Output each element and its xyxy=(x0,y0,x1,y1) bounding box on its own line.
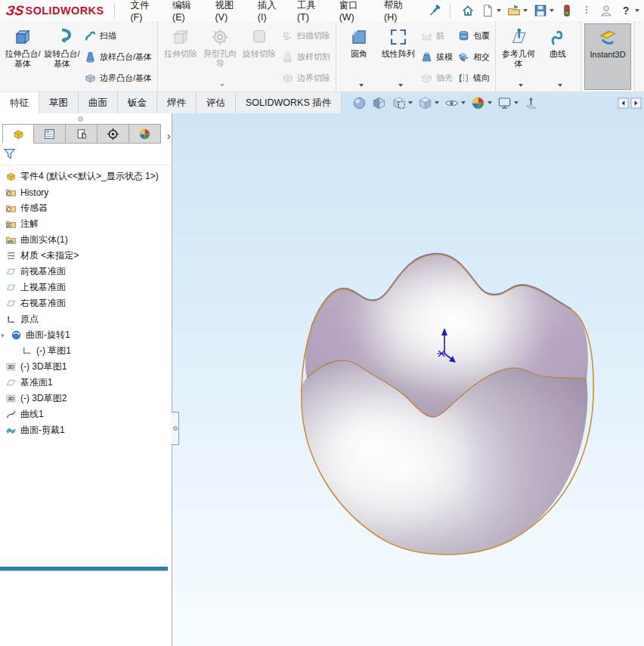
tab-features[interactable]: 特征 xyxy=(0,92,39,113)
scroll-left-button[interactable] xyxy=(618,97,629,109)
save-button[interactable] xyxy=(531,2,557,20)
intersect-button-label: 相交 xyxy=(473,51,490,63)
wrap-button[interactable]: 包覆 xyxy=(457,26,490,45)
loft-boss-button[interactable]: 放样凸台/基体 xyxy=(84,48,152,66)
instant3d-button[interactable]: Instant3D xyxy=(584,23,631,90)
user-login-button[interactable] xyxy=(596,2,616,20)
revolve-boss-button-label: 旋转凸台/基体 xyxy=(43,49,81,68)
tree-item-plane1[interactable]: 基准面1 xyxy=(0,375,172,391)
zoom-fit-button[interactable] xyxy=(351,94,368,112)
dropdown-caret-icon xyxy=(497,9,501,12)
expand-caret-icon[interactable]: ▾ xyxy=(1,332,7,339)
tree-item-surface-revolve1[interactable]: ▾曲面-旋转1 xyxy=(0,327,172,343)
hide-show-items-button[interactable] xyxy=(443,94,467,112)
solidworks-logo-mark-icon: ЗS xyxy=(5,4,25,17)
tree-item-label: (-) 草图1 xyxy=(36,345,71,357)
intersect-button[interactable]: 相交 xyxy=(457,48,490,66)
panel-top-grip[interactable] xyxy=(78,116,83,122)
tree-item-sketch1[interactable]: (-) 草图1 xyxy=(0,343,172,359)
draft-button[interactable]: 拔模 xyxy=(420,48,453,66)
features-group: 圆角线性阵列筋拔模抽壳包覆相交镜向 xyxy=(336,21,496,91)
tab-weldments[interactable]: 焊件 xyxy=(157,92,197,113)
tab-surfaces[interactable]: 曲面 xyxy=(79,92,118,113)
tree-item-surface-trim1[interactable]: 曲面-剪裁1 xyxy=(0,422,172,438)
filter-funnel-icon[interactable] xyxy=(2,147,17,161)
zoom-area-button[interactable] xyxy=(390,94,414,112)
curves-button[interactable]: 曲线 xyxy=(538,23,577,90)
loft-cut-button[interactable]: 放样切割 xyxy=(281,48,330,66)
mirror-button[interactable]: 镜向 xyxy=(457,69,490,87)
ribbon-stack: 扫描放样凸台/基体边界凸台/基体 xyxy=(82,23,154,90)
tree-item-sensors-folder[interactable]: 传感器 xyxy=(0,200,172,216)
fm-tab-appearances[interactable] xyxy=(129,124,161,144)
3d-drawing-view-button[interactable] xyxy=(522,94,540,112)
extrude-boss-button[interactable]: 拉伸凸台/基体 xyxy=(3,23,42,90)
fm-tab-property-manager[interactable] xyxy=(34,124,66,144)
pin-toolbar-icon[interactable] xyxy=(427,2,442,19)
tree-item-surface-bodies-folder[interactable]: 曲面实体(1) xyxy=(0,232,172,248)
splitter-grip-icon xyxy=(173,426,178,431)
view-orientation-button[interactable] xyxy=(416,94,441,112)
extrude-cut-button[interactable]: 拉伸切除 xyxy=(161,23,200,90)
fm-tab-configurations[interactable] xyxy=(66,124,98,144)
tab-evaluate[interactable]: 评估 xyxy=(197,92,236,113)
tree-item-label: 原点 xyxy=(20,313,39,326)
tree-item-sketch3d-2[interactable]: 3D(-) 3D草图2 xyxy=(0,391,172,406)
intersect-icon xyxy=(457,51,470,63)
plane-icon xyxy=(5,298,17,309)
fm-tab-feature-tree[interactable] xyxy=(2,124,34,144)
edit-appearance-icon xyxy=(471,96,485,110)
revolve-boss-button[interactable]: 旋转凸台/基体 xyxy=(42,23,82,90)
sweep-cut-button[interactable]: 扫描切除 xyxy=(281,26,330,45)
loft-boss-icon xyxy=(84,51,97,63)
3d-viewport[interactable] xyxy=(172,113,644,646)
tree-item-curve1[interactable]: 曲线1 xyxy=(0,406,172,422)
solidworks-logo: ЗS SOLIDWORKS xyxy=(6,4,104,17)
rib-button[interactable]: 筋 xyxy=(420,26,453,45)
ribbon-toolbar: 拉伸凸台/基体旋转凸台/基体扫描放样凸台/基体边界凸台/基体拉伸切除异型孔向导旋… xyxy=(0,21,644,92)
revolve-cut-button[interactable]: 旋转切除 xyxy=(240,23,279,90)
panel-splitter-handle[interactable] xyxy=(172,412,179,445)
scroll-right-button[interactable] xyxy=(630,97,642,109)
view-orientation-icon xyxy=(418,96,432,110)
reference-geometry-button[interactable]: 参考几何体 xyxy=(499,23,538,90)
overflow-button[interactable] xyxy=(577,2,596,20)
tree-item-annotations-folder[interactable]: A注解 xyxy=(0,216,172,232)
scroll-right-icon xyxy=(630,97,642,109)
rebuild-button[interactable] xyxy=(557,2,577,20)
linear-pattern-button[interactable]: 线性阵列 xyxy=(379,23,418,90)
dropdown-caret-icon xyxy=(461,101,466,104)
tab-sketch[interactable]: 草图 xyxy=(39,92,79,113)
fm-expand-chevron-icon[interactable]: › xyxy=(167,130,171,144)
tree-item-history-folder[interactable]: History xyxy=(0,184,172,200)
edit-appearance-button[interactable] xyxy=(469,94,494,112)
hole-wizard-button[interactable]: 异型孔向导 xyxy=(200,23,240,90)
tree-item-front-plane[interactable]: 前视基准面 xyxy=(0,264,172,280)
home-button[interactable] xyxy=(458,2,478,20)
view-settings-button[interactable] xyxy=(496,94,520,112)
fillet-button[interactable]: 圆角 xyxy=(339,23,379,90)
fm-tab-dimxpert[interactable] xyxy=(98,124,129,144)
section-view-button[interactable] xyxy=(370,94,388,112)
feature-manager-tabs: › xyxy=(0,124,172,144)
boundary-boss-button[interactable]: 边界凸台/基体 xyxy=(84,69,152,87)
sketch3d-icon: 3D xyxy=(5,393,17,404)
tab-solidworks-addins[interactable]: SOLIDWORKS 插件 xyxy=(236,92,342,113)
tree-item-origin-item[interactable]: 原点 xyxy=(0,311,172,327)
revolve-boss-icon xyxy=(52,27,72,47)
tree-item-material-item[interactable]: 材质 <未指定> xyxy=(0,248,172,264)
tree-item-right-plane[interactable]: 右视基准面 xyxy=(0,295,172,311)
boundary-cut-button[interactable]: 边界切除 xyxy=(281,69,330,87)
tree-item-top-plane[interactable]: 上视基准面 xyxy=(0,280,172,295)
tree-item-sketch3d-1[interactable]: 3D(-) 3D草图1 xyxy=(0,359,172,375)
tree-item-part-root[interactable]: 零件4 (默认<<默认>_显示状态 1>) xyxy=(0,168,172,184)
appearances-tab-icon xyxy=(138,128,151,141)
sweep-button[interactable]: 扫描 xyxy=(84,26,152,45)
overflow-dots-icon xyxy=(580,4,593,17)
new-document-button[interactable] xyxy=(478,2,504,20)
shell-button[interactable]: 抽壳 xyxy=(420,69,453,87)
dropdown-caret-icon xyxy=(519,84,523,87)
tab-sheet-metal[interactable]: 钣金 xyxy=(118,92,157,113)
open-button[interactable] xyxy=(504,2,531,20)
help-button[interactable]: ? xyxy=(616,2,642,20)
